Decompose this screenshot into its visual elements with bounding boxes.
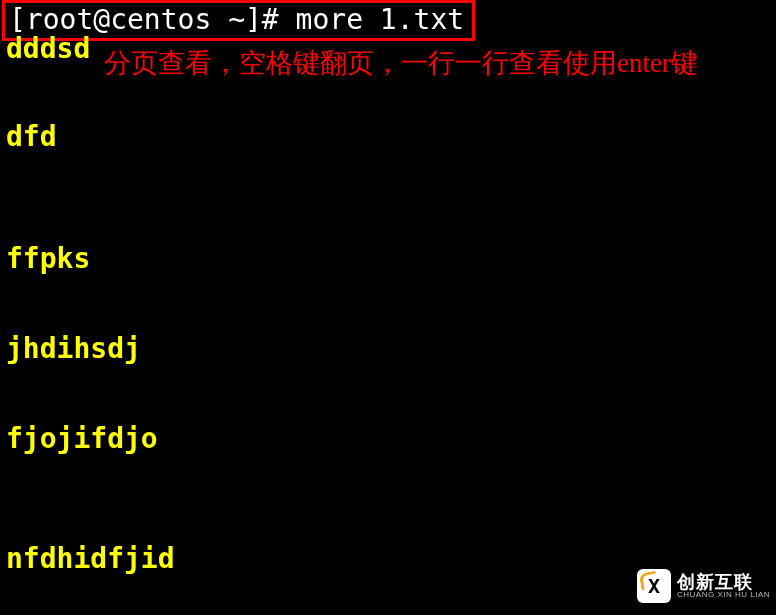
watermark-sub: CHUANG XIN HU LIAN: [677, 591, 770, 599]
file-output-line: dfd: [6, 120, 57, 153]
file-output-line: ffpks: [6, 242, 90, 275]
file-output-line: dddsd: [6, 32, 90, 65]
watermark-icon-letter: X: [648, 574, 660, 598]
file-output-line: fjojifdjo: [6, 422, 158, 455]
file-output-line: nfdhidfjid: [6, 542, 175, 575]
watermark: X 创新互联 CHUANG XIN HU LIAN: [637, 569, 770, 603]
terminal-screen[interactable]: [root@centos ~]# more 1.txt dddsd 分页查看，空…: [0, 0, 776, 615]
annotation-text: 分页查看，空格键翻页，一行一行查看使用enter键: [104, 46, 698, 81]
watermark-icon: X: [637, 569, 671, 603]
file-output-line: jhdihsdj: [6, 332, 141, 365]
watermark-brand: 创新互联: [677, 573, 770, 591]
watermark-text: 创新互联 CHUANG XIN HU LIAN: [677, 573, 770, 599]
